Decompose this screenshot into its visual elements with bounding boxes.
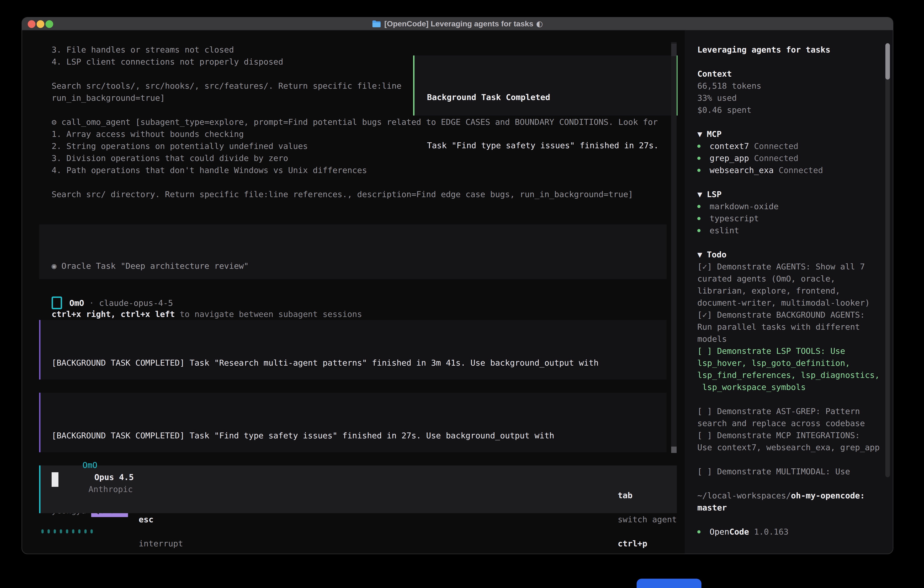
model-provider-label: Anthropic	[88, 484, 133, 494]
status-dot-icon	[697, 229, 701, 232]
task-message-line: [BACKGROUND TASK COMPLETED] Task "Resear…	[52, 357, 667, 369]
lsp-item: markdown-oxide	[697, 200, 893, 212]
agent-model: claude-opus-4-5	[99, 297, 173, 309]
status-dot-icon	[697, 530, 701, 533]
oracle-task-panel[interactable]: ◉ Oracle Task "Deep architecture review"…	[39, 225, 667, 279]
mcp-item: context7Connected	[697, 140, 893, 152]
main-scrollbar[interactable]	[671, 42, 676, 453]
titlebar[interactable]: [OpenCode] Leveraging agents for tasks ◐	[22, 18, 893, 30]
sidebar-scrollbar[interactable]	[885, 43, 890, 477]
task-message-line: [BACKGROUND TASK COMPLETED] Task "Find t…	[52, 429, 667, 441]
status-dot-icon	[697, 169, 701, 172]
active-agent-label: OmO	[82, 461, 97, 470]
todo-heading[interactable]: ▼Todo	[697, 249, 893, 261]
lsp-item: eslint	[697, 225, 893, 236]
tab-key-action: switch agent	[618, 515, 677, 524]
log-line: Search src/ directory. Return specific f…	[52, 188, 671, 200]
context-used: 33% used	[697, 92, 893, 104]
collapse-triangle-icon: ▼	[697, 250, 702, 259]
terminal-window: [OpenCode] Leveraging agents for tasks ◐…	[21, 17, 893, 554]
dock-app-icon[interactable]	[637, 579, 701, 588]
agent-name: OmO	[69, 297, 84, 309]
main-scrollbar-thumb[interactable]	[671, 447, 676, 453]
log-line	[52, 176, 671, 188]
mcp-heading[interactable]: ▼MCP	[697, 128, 893, 140]
working-spinner-dots	[41, 529, 97, 533]
todo-item-pending: [ ] Demonstrate MCP INTEGRATIONS: Use co…	[697, 429, 893, 453]
background-task-message[interactable]: [BACKGROUND TASK COMPLETED] Task "Resear…	[39, 320, 667, 380]
status-bar: esc interrupt tab switch agent ctrl+p co…	[39, 525, 677, 538]
todo-item-pending: [ ] Demonstrate AST-GREP: Pattern search…	[697, 405, 893, 429]
context-tokens: 66,518 tokens	[697, 80, 893, 92]
app-version: 1.0.163	[754, 526, 789, 538]
background-task-message[interactable]: [BACKGROUND TASK COMPLETED] Task "Find t…	[39, 393, 667, 452]
background-task-toast: Background Task Completed Task "Find typ…	[413, 56, 678, 116]
ctrlp-key-hint[interactable]: ctrl+p	[618, 539, 647, 548]
status-dot-icon	[697, 157, 701, 160]
tab-key-hint[interactable]: tab	[618, 491, 632, 500]
todo-section: ▼Todo [✓] Demonstrate AGENTS: Show all 7…	[697, 249, 893, 477]
status-dot-icon	[697, 217, 701, 220]
workspace-path: ~/local-workspaces/oh-my-opencode:	[697, 489, 893, 502]
esc-key-hint[interactable]: esc	[139, 515, 153, 524]
sidebar-scrollbar-thumb[interactable]	[885, 43, 890, 79]
workspace-branch: master	[697, 502, 893, 514]
minimize-window-button[interactable]	[36, 20, 45, 28]
context-section: Context 66,518 tokens 33% used $0.46 spe…	[697, 68, 893, 116]
agent-avatar-icon	[52, 297, 62, 309]
subagent-navigation-hint: ctrl+x right, ctrl+x left to navigate be…	[52, 308, 667, 320]
todo-item-done: [✓] Demonstrate AGENTS: Show all 7 curat…	[697, 261, 893, 309]
window-title: [OpenCode] Leveraging agents for tasks	[384, 18, 533, 30]
session-sidebar[interactable]: Leveraging agents for tasks Context 66,5…	[685, 30, 893, 554]
separator-dot: ·	[89, 297, 94, 309]
context-heading: Context	[697, 68, 893, 80]
active-model-label[interactable]: Opus 4.5	[94, 472, 134, 482]
lsp-item: typescript	[697, 212, 893, 225]
agent-message-header: OmO · claude-opus-4-5	[52, 297, 173, 309]
version-line: OpenCode 1.0.163	[697, 526, 893, 538]
todo-item-done: [✓] Demonstrate BACKGROUND AGENTS: Run p…	[697, 309, 893, 345]
close-window-button[interactable]	[28, 20, 35, 28]
toast-title: Background Task Completed	[427, 91, 676, 103]
lsp-heading[interactable]: ▼LSP	[697, 188, 893, 200]
workspace-section: ~/local-workspaces/oh-my-opencode: maste…	[697, 489, 893, 514]
collapse-triangle-icon: ▼	[697, 129, 702, 139]
todo-item-active: [ ] Demonstrate LSP TOOLS: Use lsp_hover…	[697, 345, 893, 393]
folder-icon	[372, 20, 381, 28]
zoom-window-button[interactable]	[46, 20, 53, 28]
status-dot-icon	[697, 145, 701, 148]
window-title-suffix: ◐	[536, 18, 543, 30]
app-name: Open	[710, 526, 729, 538]
traffic-lights	[28, 20, 53, 28]
lsp-section: ▼LSP markdown-oxide typescript eslint	[697, 188, 893, 236]
todo-item-pending: [ ] Demonstrate MULTIMODAL: Use	[697, 466, 893, 477]
log-line: 1. Array access without bounds checking	[52, 128, 671, 140]
mcp-section: ▼MCP context7Connected grep_appConnected…	[697, 128, 893, 176]
toast-body: Task "Find type safety issues" finished …	[427, 139, 676, 152]
status-dot-icon	[697, 205, 701, 208]
mcp-item: websearch_exaConnected	[697, 164, 893, 176]
session-title: Leveraging agents for tasks	[697, 44, 893, 56]
context-spent: $0.46 spent	[697, 104, 893, 116]
input-footer: OmO Opus 4.5 Anthropic	[53, 447, 134, 507]
esc-key-action: interrupt	[139, 539, 183, 548]
log-line: 3. File handles or streams not closed	[52, 44, 671, 56]
oracle-task-headline: ◉ Oracle Task "Deep architecture review"	[52, 260, 667, 272]
hint-keybindings: ctrl+x right, ctrl+x left	[52, 309, 175, 319]
mcp-item: grep_appConnected	[697, 152, 893, 164]
collapse-triangle-icon: ▼	[697, 190, 702, 199]
